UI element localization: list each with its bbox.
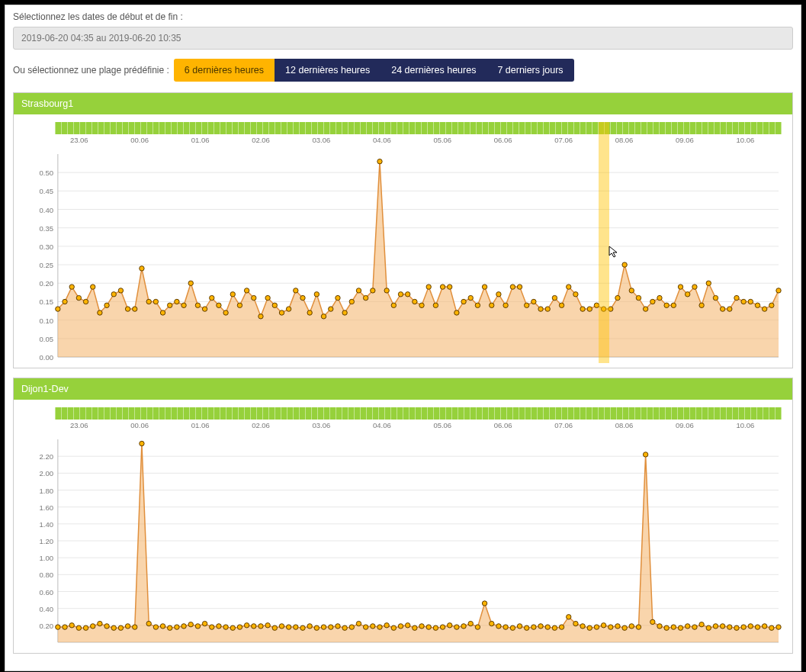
- data-point[interactable]: [706, 281, 711, 285]
- data-point[interactable]: [140, 441, 144, 445]
- data-point[interactable]: [91, 624, 95, 629]
- data-point[interactable]: [56, 625, 60, 629]
- data-point[interactable]: [531, 625, 536, 629]
- data-point[interactable]: [272, 303, 277, 307]
- data-point[interactable]: [517, 285, 522, 289]
- data-point[interactable]: [559, 303, 564, 307]
- data-point[interactable]: [413, 299, 417, 304]
- data-point[interactable]: [349, 625, 354, 629]
- data-point[interactable]: [762, 307, 766, 311]
- data-point[interactable]: [490, 303, 494, 307]
- data-point[interactable]: [769, 625, 774, 630]
- data-point[interactable]: [279, 624, 284, 629]
- data-point[interactable]: [69, 623, 74, 628]
- data-point[interactable]: [300, 295, 305, 300]
- data-point[interactable]: [76, 295, 81, 300]
- data-point[interactable]: [692, 625, 697, 629]
- data-point[interactable]: [580, 307, 585, 311]
- data-point[interactable]: [175, 299, 179, 304]
- data-point[interactable]: [83, 299, 88, 304]
- date-range-input[interactable]: [13, 27, 793, 50]
- data-point[interactable]: [195, 624, 200, 629]
- chart-area[interactable]: 0.200.400.600.801.001.201.401.601.802.00…: [23, 435, 783, 648]
- data-point[interactable]: [692, 285, 697, 289]
- data-point[interactable]: [83, 625, 88, 630]
- data-point[interactable]: [258, 624, 263, 629]
- data-point[interactable]: [419, 303, 424, 307]
- data-point[interactable]: [601, 623, 605, 628]
- data-point[interactable]: [217, 624, 221, 629]
- data-point[interactable]: [448, 285, 452, 289]
- data-point[interactable]: [433, 625, 438, 630]
- data-point[interactable]: [118, 625, 123, 630]
- data-point[interactable]: [349, 299, 354, 304]
- data-point[interactable]: [391, 303, 396, 307]
- data-point[interactable]: [573, 292, 578, 297]
- data-point[interactable]: [609, 625, 613, 629]
- data-point[interactable]: [713, 295, 718, 300]
- data-point[interactable]: [454, 310, 459, 315]
- data-point[interactable]: [104, 624, 109, 629]
- data-point[interactable]: [342, 310, 347, 315]
- data-point[interactable]: [210, 295, 214, 300]
- data-point[interactable]: [377, 625, 382, 629]
- data-point[interactable]: [76, 625, 81, 630]
- data-point[interactable]: [468, 295, 473, 300]
- data-point[interactable]: [321, 625, 326, 629]
- data-point[interactable]: [384, 288, 389, 293]
- data-point[interactable]: [371, 624, 375, 629]
- data-point[interactable]: [244, 623, 249, 628]
- data-point[interactable]: [776, 288, 781, 293]
- data-point[interactable]: [559, 625, 564, 629]
- data-point[interactable]: [650, 619, 655, 624]
- data-point[interactable]: [552, 295, 557, 300]
- data-point[interactable]: [699, 622, 704, 627]
- data-point[interactable]: [490, 621, 494, 625]
- data-point[interactable]: [762, 624, 766, 629]
- data-point[interactable]: [252, 295, 256, 300]
- data-point[interactable]: [461, 624, 466, 629]
- data-point[interactable]: [475, 303, 480, 307]
- data-point[interactable]: [671, 303, 676, 307]
- data-point[interactable]: [755, 625, 759, 629]
- data-point[interactable]: [265, 623, 270, 628]
- data-point[interactable]: [363, 295, 368, 300]
- data-point[interactable]: [503, 303, 508, 307]
- data-point[interactable]: [573, 621, 578, 625]
- data-point[interactable]: [321, 314, 326, 319]
- data-point[interactable]: [720, 307, 724, 311]
- data-point[interactable]: [398, 624, 403, 629]
- data-point[interactable]: [531, 299, 536, 304]
- data-point[interactable]: [377, 159, 382, 164]
- data-point[interactable]: [405, 623, 409, 628]
- data-point[interactable]: [440, 625, 445, 629]
- data-point[interactable]: [545, 625, 550, 629]
- data-point[interactable]: [329, 307, 333, 311]
- data-point[interactable]: [426, 625, 431, 629]
- data-point[interactable]: [160, 624, 165, 629]
- data-point[interactable]: [567, 285, 571, 289]
- data-point[interactable]: [664, 303, 669, 307]
- data-point[interactable]: [594, 303, 599, 307]
- data-point[interactable]: [133, 625, 137, 629]
- range-button-1[interactable]: 12 dernières heures: [275, 59, 381, 82]
- data-point[interactable]: [538, 624, 543, 629]
- data-point[interactable]: [223, 310, 228, 315]
- data-point[interactable]: [496, 292, 501, 297]
- data-point[interactable]: [741, 625, 746, 629]
- data-point[interactable]: [657, 295, 662, 300]
- timeline-strip[interactable]: [55, 122, 782, 134]
- data-point[interactable]: [118, 288, 123, 293]
- data-point[interactable]: [748, 299, 753, 304]
- data-point[interactable]: [482, 285, 486, 289]
- data-point[interactable]: [146, 299, 151, 304]
- data-point[interactable]: [741, 299, 746, 304]
- data-point[interactable]: [104, 303, 109, 307]
- data-point[interactable]: [272, 625, 277, 630]
- data-point[interactable]: [650, 299, 655, 304]
- data-point[interactable]: [720, 624, 724, 629]
- data-point[interactable]: [594, 625, 599, 629]
- data-point[interactable]: [91, 285, 95, 289]
- data-point[interactable]: [615, 295, 620, 300]
- data-point[interactable]: [769, 303, 774, 307]
